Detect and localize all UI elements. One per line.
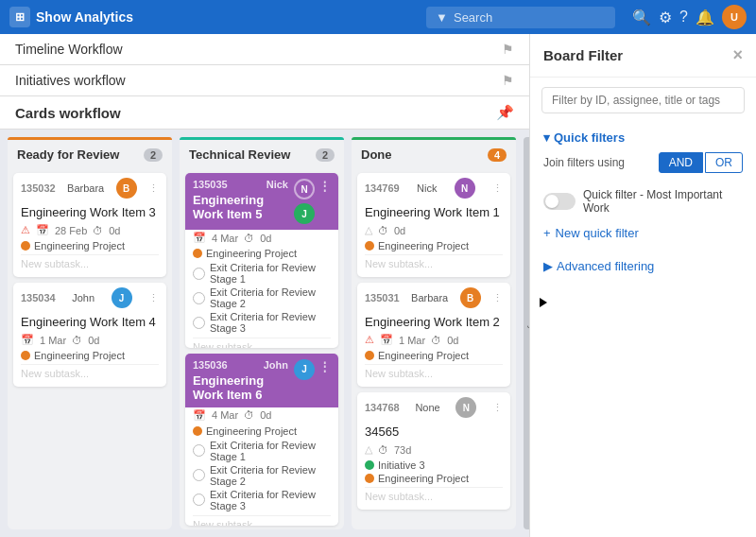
card-135036-more[interactable]: ⋮ [318,359,331,373]
card-134769-id: 134769 [365,182,400,194]
advanced-filtering-toggle[interactable]: ▶ Advanced filtering [530,253,756,279]
nav-icons: 🔍 ⚙ ? 🔔 U [632,5,747,29]
card-135036-meta: 📅 4 Mar ⏱ 0d [193,409,331,422]
card-134769-more[interactable]: ⋮ [492,182,503,195]
column-count-ready: 2 [144,148,163,162]
user-avatar[interactable]: U [722,5,747,29]
tag-dot [365,241,374,251]
initiatives-workflow-header[interactable]: Initiatives workflow ⚑ [0,65,529,95]
bell-icon[interactable]: 🔔 [696,9,714,26]
card-135035-more[interactable]: ⋮ [318,179,331,193]
triangle-icon: △ [365,443,372,456]
card-135031-subtask[interactable]: New subtask... [365,364,503,381]
card-134768-tag2: Engineering Project [365,473,503,484]
help-icon[interactable]: ? [679,9,688,26]
quick-filter-toggle[interactable] [543,193,576,210]
tag-dot [365,474,374,483]
timeline-workflow-header[interactable]: Timeline Workflow ⚑ [0,34,529,64]
card-135035-header-info: 135035 Nick Engineering Work Item 5 [193,179,288,221]
card-134768-id: 134768 [365,402,400,413]
card-135032-title: Engineering Work Item 3 [21,205,159,219]
card-135031-tag: Engineering Project [365,350,503,361]
card-135035[interactable]: 135035 Nick Engineering Work Item 5 N J [185,173,338,348]
join-filters-label: Join filters using [543,156,625,169]
cards-workflow: Cards workflow 📌 Ready for Review 2 [0,96,529,537]
column-header-ready: Ready for Review 2 [8,140,172,169]
chevron-down-icon: ▾ [543,130,550,145]
card-135032[interactable]: 135032 Barbara B ⋮ Engineering Work Item… [13,173,166,277]
filter-panel-header: Board Filter × [530,34,756,78]
card-135035-assignee: Nick [266,179,288,190]
card-135034-tag: Engineering Project [21,350,159,361]
cards-workflow-header: Cards workflow 📌 [0,96,529,130]
card-135034-subtask[interactable]: New subtask... [21,364,159,381]
filter-search-input[interactable] [541,87,745,113]
initiatives-workflow-label: Initiatives workflow [15,73,126,88]
tag-dot [193,249,202,258]
card-135034[interactable]: 135034 John J ⋮ Engineering Work Item 4 [13,283,166,387]
card-135036-colored-header: 135036 John Engineering Work Item 6 J ⋮ [185,354,338,407]
and-button[interactable]: AND [659,152,703,173]
clock-icon: ⏱ [244,409,254,421]
search-icon[interactable]: 🔍 [632,9,651,26]
clock-icon: ⏱ [431,335,441,346]
card-135031-more[interactable]: ⋮ [492,292,503,304]
card-134769-subtask[interactable]: New subtask... [365,254,503,271]
card-135032-more[interactable]: ⋮ [148,182,159,195]
card-135036-avatar: J [294,359,315,380]
archive-strip[interactable]: 19 Ready to archive [524,137,529,529]
card-135032-tag: Engineering Project [21,240,159,251]
card-135036[interactable]: 135036 John Engineering Work Item 6 J ⋮ [185,354,338,526]
clock-icon: ⏱ [378,225,388,236]
cursor-icon [540,298,547,307]
nav-search-bar[interactable]: ▼ Search [426,7,615,28]
nav-logo[interactable]: ⊞ Show Analytics [9,7,133,27]
card-135034-body: Engineering Work Item 4 📅 1 Mar ⏱ 0d [13,313,166,387]
card-134768[interactable]: 134768 None N ⋮ 34565 △ [357,392,510,510]
card-135034-more[interactable]: ⋮ [148,292,159,304]
card-135035-subtask[interactable]: New subtask... [193,338,331,348]
cards-workflow-label: Cards workflow [15,105,121,121]
card-135031-meta: ⚠ 📅 1 Mar ⏱ 0d [365,334,503,346]
card-135032-id: 135032 [21,182,56,194]
card-135031-header: 135031 Barbara B ⋮ [357,283,510,313]
card-134769[interactable]: 134769 Nick N ⋮ Engineering Work Item 1 [357,173,510,277]
card-134768-subtask[interactable]: New subtask... [365,487,503,504]
card-135031[interactable]: 135031 Barbara B ⋮ Engineering Work Item… [357,283,510,387]
filter-panel: Board Filter × ▾ Quick filters Join filt… [529,34,756,537]
filter-icon: ▼ [436,10,448,25]
triangle-icon: △ [365,224,372,236]
card-135036-assignee: John [264,359,288,371]
card-135034-header: 135034 John J ⋮ [13,283,166,313]
card-135036-id: 135036 [193,359,228,371]
initiatives-workflow-section: Initiatives workflow ⚑ [0,65,529,96]
card-135036-subtask[interactable]: New subtask... [193,515,331,526]
nav-search-placeholder: Search [454,10,492,25]
settings-icon[interactable]: ⚙ [659,9,672,26]
column-count-technical: 2 [316,148,335,162]
card-134768-body: 34565 △ ⏱ 73d Initiative 3 [357,423,510,510]
card-135031-assignee: Barbara [411,292,448,303]
card-135032-subtask[interactable]: New subtask... [21,254,159,271]
cards-list-done: 134769 Nick N ⋮ Engineering Work Item 1 [352,169,516,529]
card-135032-meta: ⚠ 📅 28 Feb ⏱ 0d [21,224,159,236]
join-filters-row: Join filters using AND OR [543,152,743,173]
card-134768-meta: △ ⏱ 73d [365,443,503,456]
card-135032-assignee: Barbara [67,182,104,194]
tag-dot [193,426,202,436]
timeline-workflow-section: Timeline Workflow ⚑ [0,34,529,65]
card-135035-tag: Engineering Project [193,248,331,259]
tag-dot [365,351,374,360]
new-quick-filter-button[interactable]: + New quick filter [543,220,743,246]
quick-filters-toggle[interactable]: ▾ Quick filters [543,130,743,145]
exit-criteria-3: Exit Criteria for Review Stage 3 [193,310,331,335]
check-circle [193,317,205,329]
calendar-icon: 📅 [21,334,34,346]
column-header-done: Done 4 [352,140,516,169]
or-button[interactable]: OR [705,152,743,173]
filter-panel-title: Board Filter [543,47,623,63]
quick-filters-label: Quick filters [554,130,625,145]
warning-icon: ⚠ [365,334,374,346]
card-134768-more[interactable]: ⋮ [492,402,503,414]
filter-close-button[interactable]: × [732,45,743,65]
